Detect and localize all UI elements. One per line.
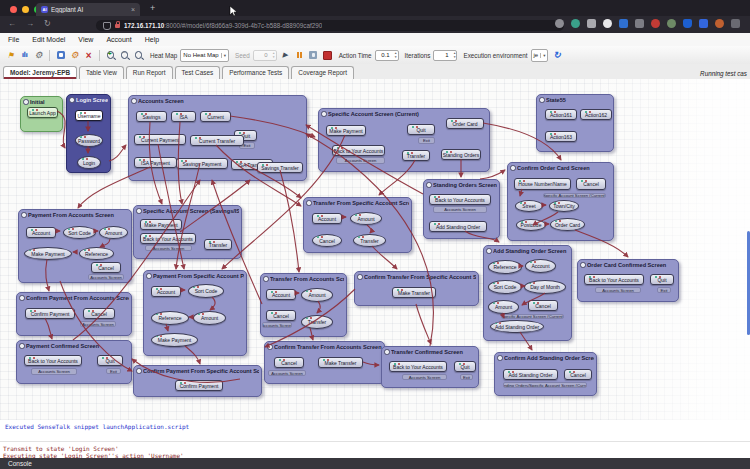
specific-account-savings-transfer[interactable]: Transfer — [204, 239, 232, 250]
iterations-input[interactable]: 1 — [433, 50, 457, 61]
accounts-screen-isa-payment[interactable]: ISA Payment — [134, 157, 177, 168]
transfer-confirmed-back-to-your-accounts[interactable]: Back to Your Accounts — [389, 361, 447, 372]
close-window-button[interactable] — [10, 6, 17, 13]
tab-performance-tests[interactable]: Performance Tests — [222, 66, 289, 79]
login-screen-username[interactable]: Username — [75, 110, 103, 121]
node-confirm-transfer-accounts[interactable]: Confirm Transfer From Accounts ScreenCan… — [264, 341, 385, 384]
payment-from-accounts-sort-code[interactable]: Sort Code — [63, 226, 96, 239]
extension-icon[interactable] — [683, 19, 692, 28]
node-standing-orders-screen[interactable]: Standing Orders ScreenBack to Your Accou… — [423, 179, 500, 239]
stepper-arrows-icon[interactable] — [273, 51, 275, 60]
node-confirm-add-standing[interactable]: Confirm Add Standing Order ScreenAdd Sta… — [494, 352, 597, 396]
specific-account-current-standing-orders[interactable]: Standing Orders — [441, 149, 481, 160]
confirm-order-card-order-card[interactable]: Order Card — [550, 218, 585, 231]
address-bar[interactable]: 172.16.171.10:8000/#/model/6f8d66a9-309d… — [96, 20, 564, 31]
pause-icon[interactable] — [294, 50, 305, 61]
add-standing-order-screen-sort-code[interactable]: Sort Code — [488, 280, 522, 294]
payment-from-accounts-make-payment[interactable]: Make Payment — [24, 247, 72, 260]
add-standing-order-screen-amount[interactable]: Amount — [488, 300, 519, 314]
confirm-order-card-street[interactable]: Street — [515, 200, 543, 212]
seed-input[interactable]: 0 — [253, 50, 277, 61]
node-transfer-from-accounts[interactable]: Transfer From Accounts ScreenAccountAmou… — [260, 273, 347, 337]
state55-action161[interactable]: Action161 — [545, 109, 577, 120]
standing-orders-screen-add-standing-order[interactable]: Add Standing Order — [429, 221, 487, 232]
node-initial[interactable]: InitialLaunch App — [20, 96, 63, 132]
specific-account-current-make-payment[interactable]: Make Payment — [326, 125, 366, 136]
node-transfer-from-specific[interactable]: Transfer From Specific Account ScreenAcc… — [303, 197, 412, 253]
chart-icon[interactable] — [19, 50, 30, 61]
confirm-order-card-town-city[interactable]: Town/City — [549, 200, 579, 212]
menu-help[interactable]: Help — [145, 36, 159, 43]
payment-from-specific-page-reference[interactable]: Reference — [151, 311, 189, 325]
action-time-input[interactable]: 0.1 — [375, 50, 399, 61]
node-confirm-payment-accounts[interactable]: Confirm Payment From Accounts ScreenConf… — [16, 292, 132, 336]
transfer-from-accounts-transfer[interactable]: Transfer — [301, 315, 333, 329]
extension-icon[interactable] — [699, 19, 708, 28]
order-card-confirmed-quit[interactable]: Quit — [650, 274, 674, 285]
gear-orange-icon[interactable] — [69, 50, 80, 61]
confirm-order-card-postcode[interactable]: Postcode — [516, 219, 546, 231]
node-confirm-order-card[interactable]: Confirm Order Card ScreenHouse Number/Na… — [507, 162, 614, 241]
site-info-icon[interactable] — [103, 22, 111, 30]
payment-from-accounts-reference[interactable]: Reference — [79, 247, 114, 260]
payment-from-specific-page-account[interactable]: Account — [151, 286, 181, 297]
zoom-out-icon[interactable] — [119, 50, 130, 61]
transfer-from-specific-account[interactable]: Account — [312, 213, 342, 224]
play-icon[interactable] — [280, 50, 291, 61]
step-icon[interactable] — [308, 50, 319, 61]
accounts-screen-current[interactable]: Current — [200, 111, 231, 122]
tab-table-view[interactable]: Table View — [79, 66, 124, 79]
node-payment-confirmed[interactable]: Payment Confirmed ScreenBack to Your Acc… — [16, 340, 132, 384]
node-payment-from-accounts[interactable]: Payment From Accounts ScreenAccountSort … — [18, 209, 132, 283]
confirm-payment-specific-confirm-payment[interactable]: Confirm Payment — [175, 380, 223, 391]
payment-from-specific-page-sort-code[interactable]: Sort Code — [188, 284, 224, 298]
payment-from-specific-page-amount[interactable]: Amount — [193, 311, 226, 325]
model-icon[interactable] — [5, 50, 16, 61]
extension-icon[interactable] — [731, 19, 740, 28]
extension-icon[interactable] — [715, 19, 724, 28]
accounts-screen-current-transfer[interactable]: Current Transfer — [190, 135, 244, 146]
initial-launch-app[interactable]: Launch App — [27, 107, 58, 118]
reload-icon[interactable]: ↻ — [44, 19, 51, 28]
menu-account[interactable]: Account — [106, 36, 131, 43]
transfer-from-specific-transfer[interactable]: Transfer — [353, 234, 386, 247]
settings-gear-icon[interactable] — [33, 50, 44, 61]
accounts-screen-savings[interactable]: Savings — [136, 111, 167, 122]
payment-from-accounts-account[interactable]: Account — [26, 227, 56, 238]
model-canvas[interactable]: InitialLaunch AppLogin ScreenUsernamePas… — [0, 79, 750, 421]
minimize-window-button[interactable] — [22, 6, 29, 13]
confirm-transfer-accounts-cancel[interactable]: Cancel — [274, 357, 304, 368]
node-accounts-screen[interactable]: Accounts ScreenSavingsISACurrentQuitExit… — [128, 95, 307, 181]
console-bar[interactable]: Console — [0, 458, 750, 469]
confirm-payment-accounts-confirm-payment[interactable]: Confirm Payment — [25, 308, 75, 319]
accounts-screen-savings-payment[interactable]: Savings Payment — [176, 158, 228, 169]
node-specific-account-current[interactable]: Specific Account Screen (Current)Make Pa… — [318, 108, 490, 172]
extension-icon[interactable] — [651, 19, 660, 28]
specific-account-current-transfer[interactable]: Transfer — [402, 150, 430, 161]
execution-environment-select[interactable]: je — [531, 49, 549, 62]
node-add-standing-order-screen[interactable]: Add Standing Order ScreenReferenceAccoun… — [483, 245, 572, 341]
node-confirm-transfer-specific[interactable]: Confirm Transfer From Specific Account S… — [354, 271, 479, 306]
confirm-add-standing-add-standing-order[interactable]: Add Standing Order — [503, 369, 558, 380]
add-standing-order-screen-reference[interactable]: Reference — [488, 260, 522, 274]
standing-orders-screen-back-to-your-accounts[interactable]: Back to Your Accounts — [429, 194, 491, 205]
node-login-screen[interactable]: Login ScreenUsernamePasswordLogin — [66, 94, 111, 173]
confirm-add-standing-cancel[interactable]: Cancel — [564, 369, 592, 380]
specific-account-current-quit[interactable]: Quit — [407, 124, 435, 135]
tab-coverage-report[interactable]: Coverage Report — [291, 66, 354, 79]
payment-from-specific-page-make-payment[interactable]: Make Payment — [151, 333, 198, 347]
confirm-transfer-accounts-make-transfer[interactable]: Make Transfer — [318, 357, 363, 368]
transfer-confirmed-quit[interactable]: Quit — [454, 361, 476, 372]
extension-icon[interactable] — [603, 19, 612, 28]
stepper-arrows-icon[interactable] — [395, 51, 397, 60]
menu-file[interactable]: File — [8, 36, 19, 43]
add-standing-order-screen-account[interactable]: Account — [525, 259, 556, 273]
confirm-order-card-house-number-name[interactable]: House Number/Name — [514, 178, 571, 190]
tab-close-icon[interactable]: × — [131, 6, 135, 13]
stepper-arrows-icon[interactable] — [454, 51, 456, 60]
extension-icon[interactable] — [619, 19, 628, 28]
login-screen-login[interactable]: Login — [77, 156, 101, 169]
capture-window-icon[interactable] — [55, 50, 66, 61]
back-icon[interactable]: ← — [8, 19, 16, 28]
extension-icon[interactable] — [571, 19, 580, 28]
